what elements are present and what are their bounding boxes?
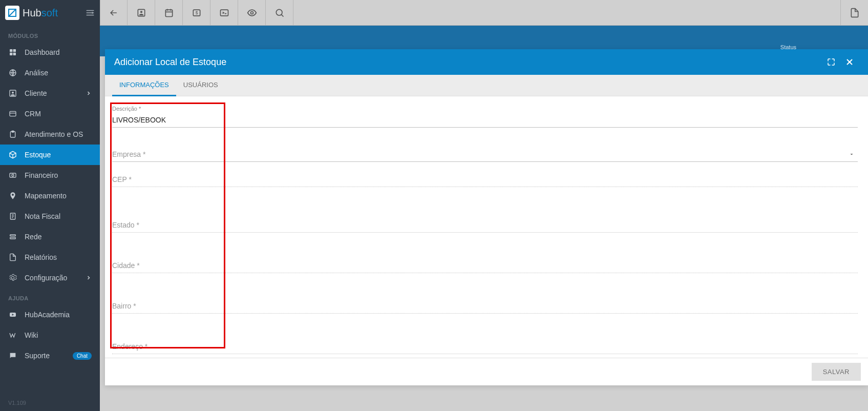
sidebar-item-suporte[interactable]: Suporte Chat: [0, 345, 100, 366]
nav-label: Nota Fiscal: [25, 212, 60, 220]
field-descricao: Descrição *: [112, 106, 858, 128]
sidebar-item-cliente[interactable]: Cliente: [0, 83, 100, 104]
svg-rect-0: [10, 49, 12, 52]
video-icon: [8, 310, 17, 319]
chevron-right-icon: [86, 275, 92, 281]
nav-label: HubAcademia: [25, 311, 70, 319]
visibility-button[interactable]: [238, 0, 266, 26]
descricao-label: Descrição *: [112, 106, 858, 112]
svg-point-21: [140, 11, 142, 13]
nav-label: Suporte: [25, 352, 50, 360]
nav-label: Análise: [25, 69, 48, 77]
file-icon: [8, 253, 17, 262]
cep-input[interactable]: [112, 172, 858, 187]
sidebar-section-modulos: MÓDULOS: [0, 26, 100, 42]
svg-rect-17: [10, 235, 16, 236]
gear-icon: [8, 273, 17, 282]
sidebar-section-ajuda: AJUDA: [0, 288, 100, 304]
svg-rect-18: [10, 237, 16, 239]
user-box-icon: [8, 89, 17, 98]
svg-rect-22: [165, 10, 172, 16]
modal-header: Adicionar Local de Estoque: [105, 49, 868, 75]
sidebar-item-rede[interactable]: Rede: [0, 227, 100, 247]
sidebar-item-crm[interactable]: CRM: [0, 104, 100, 124]
sidebar-item-atendimento[interactable]: Atendimento e OS: [0, 124, 100, 145]
field-cidade: [112, 258, 858, 273]
contact-button[interactable]: [128, 0, 155, 26]
globe-icon: [8, 68, 17, 77]
nav-label: Configuração: [25, 274, 67, 282]
search-button[interactable]: [266, 0, 293, 26]
field-endereco: [112, 339, 858, 354]
nav-label: Estoque: [25, 151, 51, 159]
money-icon: [8, 171, 17, 180]
calendar-button[interactable]: [155, 0, 183, 26]
package-icon: [8, 150, 17, 159]
card-icon: [8, 109, 17, 118]
dashboard-icon: [8, 48, 17, 57]
svg-point-29: [250, 11, 253, 14]
sidebar: Hubsoft MÓDULOS Dashboard Análise Client…: [0, 0, 100, 411]
receipt-icon: [8, 212, 17, 221]
sidebar-item-notafiscal[interactable]: Nota Fiscal: [0, 206, 100, 227]
chat-badge: Chat: [73, 352, 92, 360]
chat-icon: [8, 351, 17, 360]
tab-usuarios[interactable]: USUÁRIOS: [176, 75, 225, 96]
svg-point-12: [12, 174, 14, 176]
bairro-input[interactable]: [112, 299, 858, 314]
sidebar-item-wiki[interactable]: Wiki: [0, 325, 100, 345]
sidebar-item-hubacademia[interactable]: HubAcademia: [0, 304, 100, 325]
status-label: Status: [780, 44, 796, 50]
svg-rect-1: [13, 49, 16, 52]
empresa-select[interactable]: [112, 147, 858, 162]
field-empresa: [112, 147, 858, 162]
nav-label: Cliente: [25, 89, 47, 97]
field-estado: [112, 218, 858, 233]
nav-label: Dashboard: [25, 48, 60, 56]
endereco-input[interactable]: [112, 339, 858, 354]
close-button[interactable]: [840, 53, 859, 71]
nav-label: Financeiro: [25, 171, 58, 179]
collapse-sidebar-icon[interactable]: [86, 8, 95, 17]
sidebar-item-dashboard[interactable]: Dashboard: [0, 42, 100, 63]
svg-rect-7: [10, 111, 16, 116]
save-button[interactable]: SALVAR: [812, 363, 861, 381]
svg-rect-11: [10, 173, 16, 177]
estado-input[interactable]: [112, 218, 858, 233]
tab-informacoes[interactable]: INFORMAÇÕES: [112, 75, 176, 96]
svg-point-30: [276, 9, 282, 15]
modal-title: Adicionar Local de Estoque: [114, 57, 226, 68]
nav-label: Atendimento e OS: [25, 130, 83, 138]
logo-mark-icon: [5, 6, 19, 20]
version-label: V1.109: [0, 395, 100, 411]
terminal-button[interactable]: [210, 0, 238, 26]
top-toolbar: $: [100, 0, 868, 26]
svg-text:$: $: [195, 10, 198, 15]
cidade-input[interactable]: [112, 258, 858, 273]
chevron-right-icon: [86, 90, 92, 96]
svg-rect-3: [13, 53, 16, 55]
sidebar-item-financeiro[interactable]: Financeiro: [0, 165, 100, 186]
descricao-input[interactable]: [112, 113, 858, 128]
svg-rect-10: [12, 131, 14, 132]
sidebar-item-estoque[interactable]: Estoque: [0, 145, 100, 165]
fullscreen-button[interactable]: [822, 53, 840, 71]
sidebar-item-configuracao[interactable]: Configuração: [0, 268, 100, 288]
wiki-icon: [8, 331, 17, 340]
pdf-button[interactable]: [840, 0, 868, 26]
nav-label: CRM: [25, 110, 41, 118]
nav-label: Rede: [25, 233, 41, 241]
sidebar-item-mapeamento[interactable]: Mapeamento: [0, 186, 100, 206]
nav-label: Mapeamento: [25, 192, 67, 200]
svg-line-31: [281, 14, 283, 16]
back-button[interactable]: [100, 0, 128, 26]
sidebar-item-relatorios[interactable]: Relatórios: [0, 247, 100, 268]
nav-label: Relatórios: [25, 253, 57, 261]
nav-label: Wiki: [25, 331, 38, 339]
modal-add-local-estoque: Adicionar Local de Estoque INFORMAÇÕES U…: [105, 49, 868, 385]
clipboard-icon: [8, 130, 17, 139]
sidebar-item-analise[interactable]: Análise: [0, 63, 100, 83]
modal-footer: SALVAR: [105, 358, 868, 385]
billing-button[interactable]: $: [183, 0, 210, 26]
svg-rect-2: [10, 53, 12, 55]
